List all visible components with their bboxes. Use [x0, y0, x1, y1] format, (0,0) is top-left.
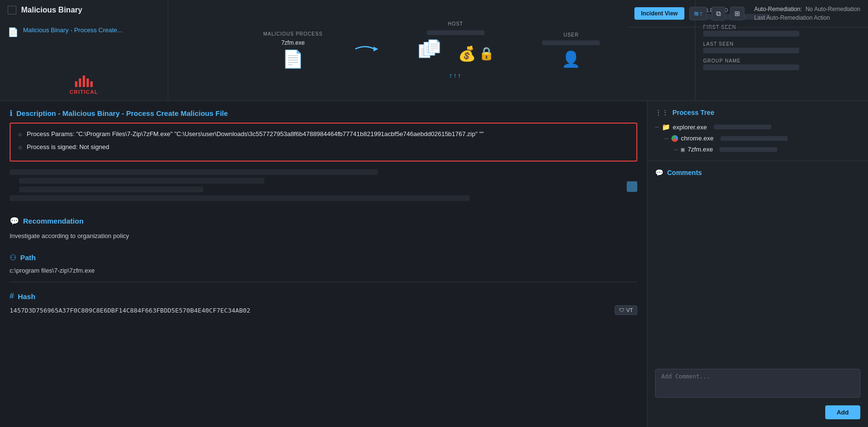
chrome-icon: [671, 135, 678, 142]
host-value-blur: [427, 30, 484, 35]
process-params-item: ○ Process Params: "C:\Program Files\7-Zi…: [18, 129, 629, 139]
user-icon: 👤: [561, 50, 581, 68]
copy-button[interactable]: ⧉: [712, 7, 725, 21]
auto-remediation-label: Auto-Remediation:: [754, 6, 802, 13]
process-tree-nodes: ─ 📁 explorer.exe ─ chrome.exe ─ ▣ 7zfm.e: [655, 123, 860, 153]
comments-header: 💬 Comments: [655, 169, 860, 176]
path-value: c:\program files\7-zip\7zfm.exe: [10, 267, 637, 274]
malicious-process-node: MALICIOUS PROCESS 7zfm.exe 📄: [263, 31, 323, 69]
tree-item-7zfm[interactable]: ─ ▣ 7zfm.exe: [655, 146, 860, 153]
incident-view-button[interactable]: Incident View: [634, 7, 684, 20]
tree-item-chrome[interactable]: ─ chrome.exe: [655, 135, 860, 142]
severity-bars: [75, 75, 93, 87]
doc-icon: 📄: [8, 27, 18, 38]
teal-indicator: [627, 181, 637, 192]
7zfm-label: 7zfm.exe: [688, 146, 713, 153]
tree-dash-1: ─: [655, 124, 659, 130]
chrome-label: chrome.exe: [681, 135, 714, 142]
add-comment-button[interactable]: Add: [825, 405, 860, 419]
alert-list-item[interactable]: 📄 Malicious Binary - Process Create...: [8, 22, 160, 41]
malicious-process-label: MALICIOUS PROCESS: [263, 31, 323, 37]
auto-remediation-value: No Auto-Remediation: [806, 6, 860, 13]
process-tree-title: Process Tree: [672, 109, 714, 116]
malicious-process-name: 7zfm.exe: [281, 39, 305, 46]
recommendation-text: Investigate according to organization po…: [10, 230, 637, 241]
page-title: Malicious Binary: [21, 6, 82, 14]
waveform-icon: ≋↑: [694, 10, 703, 17]
hash-value: 1457D3D756965A37F0C809C8E6DBF14C884F663F…: [10, 307, 250, 314]
user-label: USER: [563, 32, 579, 38]
comments-area: [655, 183, 860, 363]
auto-remediation-section: Auto-Remediation: No Auto-Remediation La…: [754, 6, 860, 21]
visualization-area: MALICIOUS PROCESS 7zfm.exe 📄 HOST: [168, 0, 695, 100]
file-icon: 📄: [282, 49, 304, 69]
recommendation-title: Recommendation: [23, 217, 84, 225]
shield-icon: 🛡: [619, 307, 624, 313]
money-lock-group: 💰 🔒: [458, 45, 494, 62]
tree-item-explorer[interactable]: ─ 📁 explorer.exe: [655, 123, 860, 131]
chrome-value: [720, 136, 788, 141]
host-label: HOST: [448, 21, 463, 26]
group-name-row: GROUP NAME: [703, 58, 860, 70]
process-signed-item: ○ Process is signed: Not signed: [18, 142, 629, 152]
hash-title: Hash: [18, 292, 36, 301]
svg-marker-0: [373, 47, 378, 51]
comments-icon: 💬: [655, 169, 663, 176]
hash-section: # Hash 1457D3D756965A37F0C809C8E6DBF14C8…: [10, 292, 637, 315]
description-header: ℹ Description - Malicious Binary - Proce…: [10, 109, 637, 118]
docs-cluster: 📄 📄 📄: [417, 39, 450, 68]
grid-button[interactable]: ⊞: [730, 7, 744, 20]
comments-section: 💬 Comments Add: [647, 161, 868, 427]
last-seen-label: LAST SEEN: [703, 41, 860, 47]
checkbox[interactable]: [8, 6, 16, 14]
explorer-value: [714, 125, 771, 129]
description-icon: ℹ: [10, 109, 12, 118]
add-comment-input[interactable]: [655, 369, 860, 398]
hash-icon: #: [10, 292, 14, 301]
process-tree-header: ⋮⋮ Process Tree: [655, 109, 860, 116]
description-title: Description - Malicious Binary - Process…: [16, 109, 228, 117]
tree-dash-2: ─: [665, 136, 669, 141]
divider-1: [10, 282, 637, 282]
7zfm-value: [719, 147, 777, 152]
alert-link[interactable]: Malicious Binary - Process Create...: [23, 26, 123, 35]
last-seen-row: LAST SEEN: [703, 41, 860, 53]
bullet-1: ○: [18, 130, 22, 139]
recommendation-icon: 💬: [10, 216, 19, 226]
process-params-text: Process Params: "C:\Program Files\7-Zip\…: [27, 129, 484, 139]
comments-title: Comments: [667, 169, 702, 176]
lock-icon: 🔒: [479, 46, 494, 61]
process-signed-text: Process is signed: Not signed: [27, 142, 109, 152]
explorer-label: explorer.exe: [673, 124, 707, 131]
up-arrows: ↑↑↑: [449, 72, 462, 79]
group-name-value: [703, 64, 799, 70]
tree-dots-icon: ⋮⋮: [655, 109, 669, 116]
exe-icon: ▣: [681, 146, 685, 153]
waveform-button[interactable]: ≋↑: [689, 7, 707, 20]
money-icon: 💰: [458, 45, 476, 62]
severity-label: CRITICAL: [70, 89, 98, 95]
copy-icon: ⧉: [716, 10, 721, 17]
path-title: Path: [20, 253, 36, 262]
last-seen-value: [703, 48, 799, 53]
tree-dash-3: ─: [674, 147, 678, 152]
hash-value-row: 1457D3D756965A37F0C809C8E6DBF14C884F663F…: [10, 305, 637, 315]
doc3-icon: 📄: [426, 39, 442, 54]
user-node: USER 👤: [542, 32, 600, 68]
process-tree-section: ⋮⋮ Process Tree ─ 📁 explorer.exe ─ chrom…: [647, 101, 868, 161]
path-icon: ⚇: [10, 253, 16, 262]
bullet-2: ○: [18, 143, 22, 152]
first-seen-value: [703, 31, 799, 37]
description-box: ○ Process Params: "C:\Program Files\7-Zi…: [10, 123, 637, 162]
recommendation-section: 💬 Recommendation Investigate according t…: [10, 216, 637, 241]
vt-button[interactable]: 🛡 VT: [615, 305, 637, 315]
connector-arrow: [355, 42, 384, 59]
grid-icon: ⊞: [734, 10, 740, 17]
user-value-blur: [542, 40, 600, 45]
group-name-label: GROUP NAME: [703, 58, 860, 63]
folder-icon-explorer: 📁: [662, 123, 670, 131]
last-action-label: Last Auto-Remediation Action: [754, 14, 860, 21]
blurred-content: [10, 166, 637, 207]
path-section: ⚇ Path c:\program files\7-zip\7zfm.exe: [10, 253, 637, 274]
